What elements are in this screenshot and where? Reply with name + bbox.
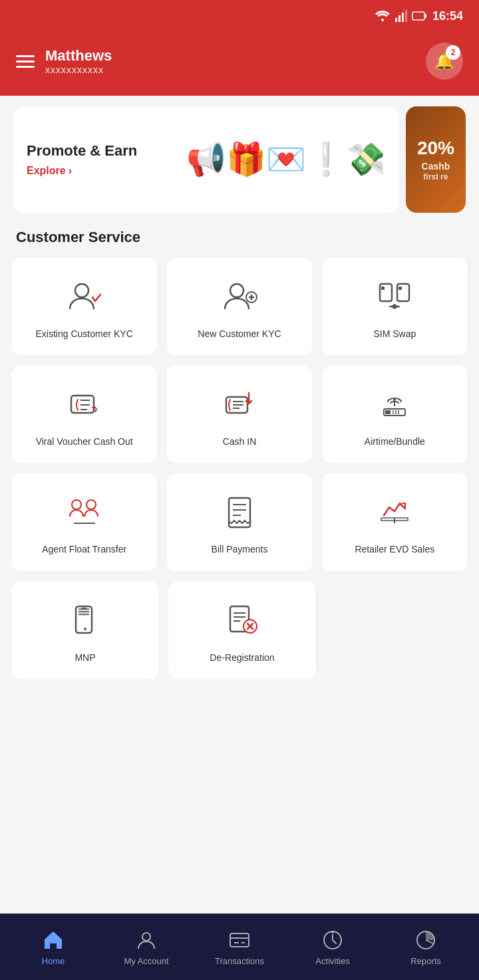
svg-rect-4 — [405, 10, 407, 22]
user-name: Matthews — [45, 47, 112, 64]
svg-rect-7 — [413, 13, 418, 19]
service-new-kyc[interactable]: New Customer KYC — [166, 257, 313, 356]
my-account-icon — [134, 928, 158, 952]
service-de-registration[interactable]: De-Registration — [168, 580, 317, 680]
service-mnp[interactable]: MNP — [11, 580, 160, 680]
svg-point-33 — [72, 500, 81, 509]
service-grid: Existing Customer KYC New Customer KYC — [0, 257, 479, 580]
svg-point-47 — [84, 628, 86, 630]
service-viral-voucher[interactable]: Viral Voucher Cash Out — [11, 364, 158, 464]
activities-icon — [321, 928, 345, 952]
cash-in-icon — [218, 384, 261, 426]
agent-float-label: Agent Float Transfer — [42, 543, 126, 555]
svg-rect-2 — [399, 15, 400, 22]
svg-point-62 — [331, 931, 334, 933]
nav-home-label: Home — [42, 956, 65, 966]
mnp-icon — [64, 600, 106, 642]
banner-main[interactable]: Promote & Earn Explore › 📢🎁💌❕💸 — [13, 106, 399, 213]
banner-decoration: 📢🎁💌❕💸 — [186, 141, 386, 178]
user-id: xxxxxxxxxxx — [45, 64, 112, 75]
existing-kyc-icon — [63, 276, 106, 318]
hamburger-menu[interactable] — [16, 55, 35, 68]
sim-swap-icon — [373, 276, 416, 318]
nav-transactions[interactable]: Transactions — [193, 923, 286, 971]
bill-payments-label: Bill Payments — [212, 543, 268, 555]
nav-reports-label: Reports — [410, 956, 441, 966]
wifi-icon — [375, 11, 390, 21]
nav-my-account[interactable]: My Account — [100, 923, 193, 971]
reports-icon — [414, 928, 438, 952]
viral-voucher-label: Viral Voucher Cash Out — [36, 435, 133, 447]
header-left: Matthews xxxxxxxxxxx — [16, 47, 112, 75]
sim-swap-label: SIM Swap — [373, 328, 416, 340]
svg-rect-57 — [230, 933, 249, 947]
cashback-percent: 20% — [417, 136, 454, 160]
service-airtime-bundle[interactable]: Airtime/Bundle — [321, 364, 468, 464]
home-icon — [41, 928, 65, 952]
service-retailer-evd[interactable]: Retailer EVD Sales — [321, 472, 468, 572]
service-existing-kyc[interactable]: Existing Customer KYC — [11, 257, 158, 356]
status-time: 16:54 — [432, 9, 463, 23]
app-header: Matthews xxxxxxxxxxx 🔔 2 — [0, 32, 479, 96]
mnp-label: MNP — [75, 652, 95, 664]
service-grid-bottom: MNP De-Registration — [0, 580, 327, 688]
svg-point-9 — [230, 284, 243, 297]
retailer-evd-label: Retailer EVD Sales — [355, 543, 434, 555]
svg-point-56 — [142, 933, 150, 941]
signal-icon — [395, 10, 407, 22]
service-sim-swap[interactable]: SIM Swap — [321, 257, 468, 356]
svg-rect-6 — [424, 14, 426, 18]
airtime-bundle-icon — [373, 384, 416, 426]
de-registration-icon — [221, 600, 263, 642]
nav-activities[interactable]: Activities — [286, 923, 379, 971]
service-bill-payments[interactable]: Bill Payments — [166, 472, 313, 572]
svg-point-32 — [393, 398, 396, 401]
retailer-evd-icon — [373, 491, 416, 534]
notification-badge: 2 — [446, 45, 460, 60]
service-cash-in[interactable]: Cash IN — [166, 364, 313, 464]
bottom-navigation: Home My Account Transactions — [0, 914, 479, 980]
customer-service-title: Customer Service — [0, 223, 479, 257]
svg-point-8 — [75, 284, 88, 297]
airtime-bundle-label: Airtime/Bundle — [365, 435, 425, 447]
svg-point-0 — [381, 19, 384, 21]
viral-voucher-icon — [63, 384, 106, 426]
svg-rect-48 — [81, 608, 86, 609]
nav-reports[interactable]: Reports — [379, 923, 472, 971]
svg-rect-14 — [397, 284, 409, 301]
new-kyc-icon — [218, 276, 261, 318]
service-agent-float[interactable]: Agent Float Transfer — [11, 472, 158, 572]
banner-area: Promote & Earn Explore › 📢🎁💌❕💸 20% Cashb… — [0, 96, 479, 223]
battery-icon — [412, 11, 427, 21]
svg-rect-1 — [395, 18, 397, 22]
nav-transactions-label: Transactions — [215, 956, 264, 966]
banner-secondary[interactable]: 20% Cashb first re — [406, 106, 466, 213]
user-info: Matthews xxxxxxxxxxx — [45, 47, 112, 75]
svg-rect-15 — [381, 287, 385, 290]
notification-button[interactable]: 🔔 2 — [426, 43, 463, 80]
new-kyc-label: New Customer KYC — [198, 328, 281, 340]
de-registration-label: De-Registration — [210, 652, 274, 664]
bill-payments-icon — [218, 491, 261, 534]
svg-rect-3 — [402, 13, 404, 22]
cashback-sub: first re — [423, 172, 448, 183]
svg-rect-13 — [380, 284, 392, 301]
cash-in-label: Cash IN — [223, 435, 257, 447]
svg-point-34 — [86, 500, 96, 509]
svg-rect-16 — [399, 287, 402, 290]
nav-home[interactable]: Home — [7, 923, 100, 971]
status-bar: 16:54 — [0, 0, 479, 32]
nav-my-account-label: My Account — [124, 956, 168, 966]
agent-float-icon — [63, 491, 106, 534]
svg-rect-27 — [385, 410, 391, 414]
existing-kyc-label: Existing Customer KYC — [36, 328, 133, 340]
svg-line-64 — [426, 940, 433, 943]
cashback-label: Cashb — [422, 160, 450, 172]
nav-activities-label: Activities — [315, 956, 349, 966]
status-icons: 16:54 — [375, 9, 463, 23]
transactions-icon — [228, 928, 251, 952]
